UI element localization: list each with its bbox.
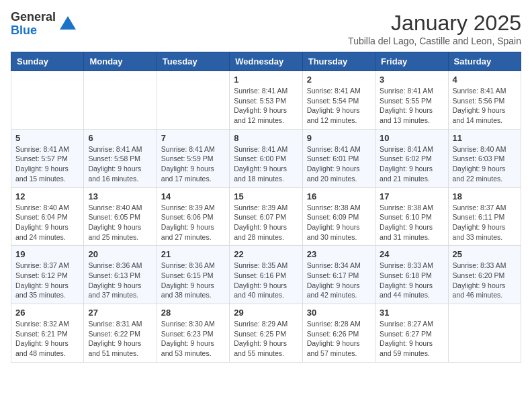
calendar-cell: 3Sunrise: 8:41 AM Sunset: 5:55 PM Daylig… xyxy=(375,71,448,130)
cell-info: Sunrise: 8:41 AM Sunset: 5:58 PM Dayligh… xyxy=(88,144,152,184)
calendar-week-row: 19Sunrise: 8:37 AM Sunset: 6:12 PM Dayli… xyxy=(11,246,521,304)
cell-info: Sunrise: 8:40 AM Sunset: 6:05 PM Dayligh… xyxy=(88,203,152,242)
calendar-week-row: 12Sunrise: 8:40 AM Sunset: 6:04 PM Dayli… xyxy=(11,187,521,246)
logo-blue: Blue xyxy=(11,24,56,38)
calendar-cell: 26Sunrise: 8:32 AM Sunset: 6:21 PM Dayli… xyxy=(11,304,84,363)
cell-info: Sunrise: 8:41 AM Sunset: 5:54 PM Dayligh… xyxy=(307,86,371,126)
calendar-cell: 20Sunrise: 8:36 AM Sunset: 6:13 PM Dayli… xyxy=(84,246,157,304)
cell-date: 13 xyxy=(88,191,152,201)
cell-info: Sunrise: 8:39 AM Sunset: 6:07 PM Dayligh… xyxy=(234,203,298,242)
cell-date: 24 xyxy=(380,249,443,259)
cell-info: Sunrise: 8:41 AM Sunset: 6:01 PM Dayligh… xyxy=(307,144,371,184)
weekday-header: Tuesday xyxy=(157,52,229,71)
calendar-cell xyxy=(84,71,157,130)
cell-date: 7 xyxy=(161,133,225,143)
cell-date: 18 xyxy=(453,191,517,201)
cell-info: Sunrise: 8:41 AM Sunset: 5:57 PM Dayligh… xyxy=(15,144,79,184)
cell-date: 16 xyxy=(307,191,371,201)
title-location: Tubilla del Lago, Castille and Leon, Spa… xyxy=(348,36,521,46)
cell-info: Sunrise: 8:41 AM Sunset: 5:59 PM Dayligh… xyxy=(161,144,225,184)
cell-date: 1 xyxy=(234,75,298,85)
cell-date: 31 xyxy=(380,308,443,318)
calendar-cell xyxy=(157,71,229,130)
weekday-header: Friday xyxy=(375,52,448,71)
cell-info: Sunrise: 8:37 AM Sunset: 6:11 PM Dayligh… xyxy=(453,203,517,242)
weekday-header: Wednesday xyxy=(230,52,302,71)
cell-info: Sunrise: 8:28 AM Sunset: 6:26 PM Dayligh… xyxy=(307,319,371,359)
calendar-cell: 1Sunrise: 8:41 AM Sunset: 5:53 PM Daylig… xyxy=(230,71,302,130)
weekday-header: Saturday xyxy=(448,52,521,71)
cell-info: Sunrise: 8:38 AM Sunset: 6:09 PM Dayligh… xyxy=(307,203,371,242)
cell-info: Sunrise: 8:32 AM Sunset: 6:21 PM Dayligh… xyxy=(15,319,79,359)
calendar-cell: 28Sunrise: 8:30 AM Sunset: 6:23 PM Dayli… xyxy=(157,304,229,363)
cell-info: Sunrise: 8:33 AM Sunset: 6:20 PM Dayligh… xyxy=(453,261,517,300)
calendar-cell: 9Sunrise: 8:41 AM Sunset: 6:01 PM Daylig… xyxy=(302,129,375,187)
cell-date: 2 xyxy=(307,75,371,85)
cell-date: 8 xyxy=(234,133,298,143)
calendar-cell: 4Sunrise: 8:41 AM Sunset: 5:56 PM Daylig… xyxy=(448,71,521,130)
cell-info: Sunrise: 8:34 AM Sunset: 6:17 PM Dayligh… xyxy=(307,261,371,300)
calendar-cell: 31Sunrise: 8:27 AM Sunset: 6:27 PM Dayli… xyxy=(375,304,448,363)
calendar-cell: 22Sunrise: 8:35 AM Sunset: 6:16 PM Dayli… xyxy=(230,246,302,304)
cell-info: Sunrise: 8:33 AM Sunset: 6:18 PM Dayligh… xyxy=(380,261,443,300)
cell-date: 11 xyxy=(453,133,517,143)
cell-date: 30 xyxy=(307,308,371,318)
cell-info: Sunrise: 8:39 AM Sunset: 6:06 PM Dayligh… xyxy=(161,203,225,242)
svg-marker-0 xyxy=(60,16,76,30)
title-month: January 2025 xyxy=(348,11,521,36)
cell-info: Sunrise: 8:40 AM Sunset: 6:03 PM Dayligh… xyxy=(453,144,517,184)
calendar-cell: 25Sunrise: 8:33 AM Sunset: 6:20 PM Dayli… xyxy=(448,246,521,304)
cell-date: 3 xyxy=(380,75,443,85)
calendar-cell xyxy=(11,71,84,130)
cell-info: Sunrise: 8:35 AM Sunset: 6:16 PM Dayligh… xyxy=(234,261,298,300)
calendar-cell: 12Sunrise: 8:40 AM Sunset: 6:04 PM Dayli… xyxy=(11,187,84,246)
logo-icon xyxy=(58,15,77,34)
page-header: General Blue January 2025 Tubilla del La… xyxy=(11,11,521,46)
logo-general: General xyxy=(11,11,56,24)
calendar-cell: 23Sunrise: 8:34 AM Sunset: 6:17 PM Dayli… xyxy=(302,246,375,304)
cell-date: 6 xyxy=(88,133,152,143)
cell-info: Sunrise: 8:27 AM Sunset: 6:27 PM Dayligh… xyxy=(380,319,443,359)
calendar-cell: 8Sunrise: 8:41 AM Sunset: 6:00 PM Daylig… xyxy=(230,129,302,187)
calendar-cell: 27Sunrise: 8:31 AM Sunset: 6:22 PM Dayli… xyxy=(84,304,157,363)
cell-date: 15 xyxy=(234,191,298,201)
calendar-cell: 2Sunrise: 8:41 AM Sunset: 5:54 PM Daylig… xyxy=(302,71,375,130)
cell-date: 10 xyxy=(380,133,443,143)
calendar-cell xyxy=(448,304,521,363)
cell-info: Sunrise: 8:36 AM Sunset: 6:13 PM Dayligh… xyxy=(88,261,152,300)
calendar-cell: 21Sunrise: 8:36 AM Sunset: 6:15 PM Dayli… xyxy=(157,246,229,304)
calendar-cell: 29Sunrise: 8:29 AM Sunset: 6:25 PM Dayli… xyxy=(230,304,302,363)
cell-date: 23 xyxy=(307,249,371,259)
cell-date: 17 xyxy=(380,191,443,201)
calendar-cell: 15Sunrise: 8:39 AM Sunset: 6:07 PM Dayli… xyxy=(230,187,302,246)
cell-info: Sunrise: 8:38 AM Sunset: 6:10 PM Dayligh… xyxy=(380,203,443,242)
cell-info: Sunrise: 8:30 AM Sunset: 6:23 PM Dayligh… xyxy=(161,319,225,359)
cell-date: 12 xyxy=(15,191,79,201)
logo: General Blue xyxy=(11,11,77,38)
weekday-header: Monday xyxy=(84,52,157,71)
cell-date: 27 xyxy=(88,308,152,318)
calendar-header-row: SundayMondayTuesdayWednesdayThursdayFrid… xyxy=(11,52,521,71)
cell-date: 26 xyxy=(15,308,79,318)
calendar-cell: 30Sunrise: 8:28 AM Sunset: 6:26 PM Dayli… xyxy=(302,304,375,363)
cell-date: 25 xyxy=(453,249,517,259)
calendar-week-row: 5Sunrise: 8:41 AM Sunset: 5:57 PM Daylig… xyxy=(11,129,521,187)
calendar-cell: 16Sunrise: 8:38 AM Sunset: 6:09 PM Dayli… xyxy=(302,187,375,246)
calendar-week-row: 1Sunrise: 8:41 AM Sunset: 5:53 PM Daylig… xyxy=(11,71,521,130)
cell-date: 20 xyxy=(88,249,152,259)
calendar-cell: 19Sunrise: 8:37 AM Sunset: 6:12 PM Dayli… xyxy=(11,246,84,304)
cell-info: Sunrise: 8:31 AM Sunset: 6:22 PM Dayligh… xyxy=(88,319,152,359)
cell-info: Sunrise: 8:41 AM Sunset: 5:53 PM Dayligh… xyxy=(234,86,298,126)
cell-info: Sunrise: 8:29 AM Sunset: 6:25 PM Dayligh… xyxy=(234,319,298,359)
cell-date: 28 xyxy=(161,308,225,318)
calendar-cell: 18Sunrise: 8:37 AM Sunset: 6:11 PM Dayli… xyxy=(448,187,521,246)
calendar-cell: 10Sunrise: 8:41 AM Sunset: 6:02 PM Dayli… xyxy=(375,129,448,187)
calendar-cell: 11Sunrise: 8:40 AM Sunset: 6:03 PM Dayli… xyxy=(448,129,521,187)
calendar-cell: 7Sunrise: 8:41 AM Sunset: 5:59 PM Daylig… xyxy=(157,129,229,187)
cell-info: Sunrise: 8:41 AM Sunset: 6:02 PM Dayligh… xyxy=(380,144,443,184)
cell-info: Sunrise: 8:41 AM Sunset: 6:00 PM Dayligh… xyxy=(234,144,298,184)
cell-date: 19 xyxy=(15,249,79,259)
cell-info: Sunrise: 8:36 AM Sunset: 6:15 PM Dayligh… xyxy=(161,261,225,300)
calendar-week-row: 26Sunrise: 8:32 AM Sunset: 6:21 PM Dayli… xyxy=(11,304,521,363)
cell-info: Sunrise: 8:37 AM Sunset: 6:12 PM Dayligh… xyxy=(15,261,79,300)
